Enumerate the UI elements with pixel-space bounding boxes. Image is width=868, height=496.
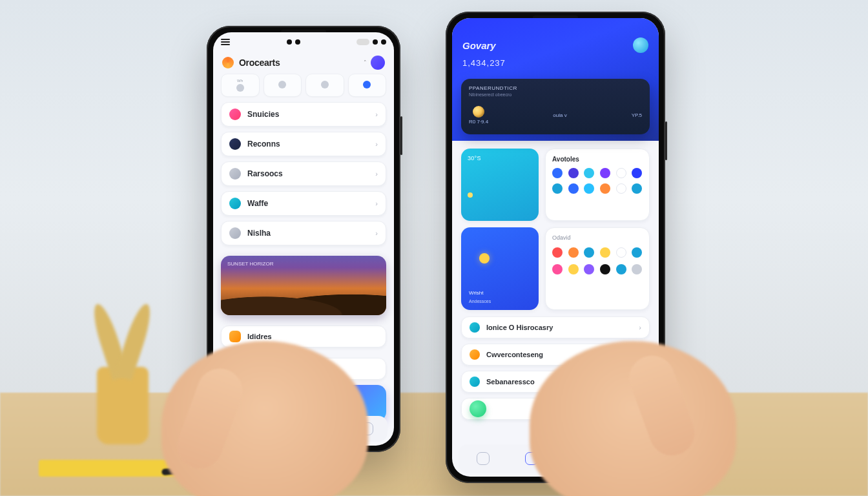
- segment-label: Wh: [237, 79, 243, 83]
- status-bar: [462, 26, 648, 35]
- app-logo-icon: [222, 57, 234, 68]
- palette-tile[interactable]: Odavid: [545, 227, 650, 310]
- color-swatch[interactable]: [632, 183, 642, 194]
- segmented-tabs: Wh: [213, 74, 394, 97]
- list-icon: [229, 331, 241, 342]
- segment-icon: [236, 84, 244, 92]
- color-swatch[interactable]: [616, 168, 626, 178]
- list-label: Sebanaressco: [486, 378, 535, 386]
- color-swatch[interactable]: [568, 264, 579, 274]
- list-icon: [470, 349, 480, 360]
- summary-subtitle: Nibineserect obeecro: [469, 92, 642, 97]
- header-action-icon[interactable]: [371, 56, 385, 70]
- color-swatch[interactable]: [600, 247, 610, 258]
- color-swatch[interactable]: [552, 183, 563, 194]
- segment-icon: [363, 81, 371, 88]
- list-label: Snuicies: [247, 110, 279, 119]
- tile-title: Odavid: [552, 234, 643, 241]
- color-dot-grid: [552, 168, 643, 194]
- list-item[interactable]: Reconns ›: [221, 132, 386, 156]
- color-swatch[interactable]: [552, 264, 563, 274]
- chevron-right-icon: ›: [375, 229, 378, 237]
- media-caption: SUNSET HORIZOR: [227, 261, 273, 267]
- color-swatch[interactable]: [632, 247, 642, 258]
- list-item[interactable]: Rarsoocs ›: [221, 161, 386, 186]
- tile-title: Avotoles: [552, 156, 643, 163]
- list-icon: [229, 198, 241, 209]
- profile-avatar[interactable]: [633, 37, 648, 53]
- segment-tab[interactable]: [264, 74, 302, 97]
- list-item[interactable]: Nislha ›: [221, 221, 386, 245]
- segment-icon: [278, 81, 286, 88]
- list-label: Ionice O Hisrocasry: [486, 324, 553, 331]
- featured-media-card[interactable]: SUNSET HORIZOR: [221, 256, 386, 315]
- tile-caption: Wrisht: [469, 290, 484, 296]
- color-grid-tile[interactable]: Avotoles: [545, 149, 650, 221]
- wallet-header: Govary 1,434,237 PPANERUNDTICR Nibineser…: [452, 18, 659, 141]
- summary-metric: YP.5: [632, 112, 642, 118]
- color-swatch[interactable]: [584, 183, 594, 194]
- status-pill: [356, 39, 369, 45]
- landscape-illustration: [221, 283, 386, 315]
- status-dot: [373, 39, 378, 45]
- summary-title: PPANERUNDTICR: [469, 85, 642, 91]
- front-camera: [295, 39, 300, 45]
- chevron-right-icon: ›: [375, 140, 378, 148]
- list-icon: [470, 322, 480, 333]
- palette-grid: [552, 247, 643, 274]
- color-swatch[interactable]: [552, 247, 563, 258]
- list-label: Cwverconteseng: [486, 351, 543, 358]
- summary-card[interactable]: PPANERUNDTICR Nibineserect obeecro R0 7·…: [461, 79, 650, 134]
- list-item[interactable]: Waffe ›: [221, 191, 386, 216]
- color-swatch[interactable]: [616, 247, 626, 258]
- chevron-right-icon: ›: [375, 110, 378, 118]
- list-label: Reconns: [247, 140, 280, 149]
- color-swatch[interactable]: [600, 264, 610, 274]
- front-camera: [287, 39, 292, 45]
- color-swatch[interactable]: [584, 168, 594, 178]
- nav-item-icon[interactable]: [477, 452, 490, 465]
- pencil-cup: [97, 367, 149, 444]
- list-icon: [470, 377, 480, 387]
- color-swatch[interactable]: [568, 168, 579, 178]
- page-header: Orocearts ˄: [213, 49, 394, 74]
- list-label: Waffe: [247, 199, 268, 208]
- sun-icon: [468, 192, 473, 198]
- color-swatch[interactable]: [600, 168, 610, 178]
- list-icon: [229, 108, 241, 120]
- forecast-tile[interactable]: Wrisht Andessces: [461, 227, 539, 310]
- color-swatch[interactable]: [632, 264, 642, 274]
- status-bar: [213, 32, 394, 49]
- color-swatch[interactable]: [552, 168, 563, 178]
- power-button[interactable]: [665, 121, 667, 160]
- color-swatch[interactable]: [584, 264, 594, 274]
- color-swatch[interactable]: [616, 183, 626, 194]
- menu-icon[interactable]: [221, 39, 230, 45]
- summary-metric: R0 7·9.4: [469, 119, 488, 125]
- segment-tab[interactable]: [305, 74, 344, 97]
- list-item[interactable]: Snuicies ›: [221, 102, 386, 127]
- chevron-right-icon: ›: [375, 170, 378, 178]
- segment-tab[interactable]: Wh: [221, 74, 260, 97]
- color-swatch[interactable]: [568, 247, 579, 258]
- category-list: Snuicies › Reconns › Rarsoocs › Waffe ›: [213, 102, 394, 380]
- status-dot: [381, 39, 386, 45]
- color-swatch[interactable]: [632, 168, 642, 178]
- list-label: Nislha: [247, 229, 271, 238]
- add-fab-icon[interactable]: [470, 400, 486, 417]
- power-button[interactable]: [400, 116, 402, 155]
- collapse-chevron-icon[interactable]: ˄: [364, 59, 367, 66]
- weather-tile[interactable]: 30°S: [461, 149, 539, 221]
- segment-tab[interactable]: [348, 74, 387, 97]
- list-icon: [229, 227, 241, 239]
- list-label: Rarsoocs: [247, 169, 283, 178]
- color-swatch[interactable]: [616, 264, 626, 274]
- tile-title: 30°S: [468, 155, 532, 161]
- brand-title: Govary: [462, 40, 496, 51]
- list-item[interactable]: Ionice O Hisrocasry ›: [461, 316, 650, 338]
- sun-icon: [479, 253, 490, 264]
- color-swatch[interactable]: [568, 183, 579, 194]
- color-swatch[interactable]: [600, 183, 610, 194]
- chevron-right-icon: ›: [375, 200, 378, 207]
- color-swatch[interactable]: [584, 247, 594, 258]
